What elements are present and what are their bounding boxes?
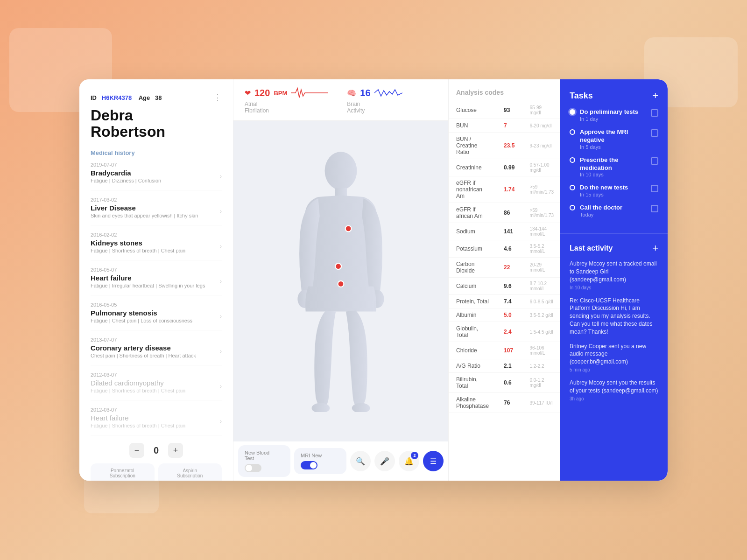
chevron-icon: › (220, 243, 222, 250)
sub-new-blood-toggle[interactable] (245, 464, 261, 472)
analysis-name: Potassium (449, 240, 496, 258)
task-indicator (570, 129, 575, 135)
history-list: 2019-07-07 Bradycardia Fatigue | Dizzine… (91, 162, 222, 435)
history-item[interactable]: 2016-05-07 Heart failure Fatigue | Irreg… (91, 267, 222, 295)
activity-text: Aubrey Mccoy sent a tracked email to San… (570, 260, 658, 283)
analysis-range: 3.5-5.2 mmol/L (522, 240, 560, 258)
body-model (275, 151, 406, 412)
heart-rate-label: AtrialFibrilation (245, 101, 328, 114)
heart-icon: ❤ (245, 89, 251, 98)
task-item[interactable]: Call the doctor Today (570, 204, 658, 217)
body-container (233, 121, 448, 441)
sub-card-aspirin: AspirinSubscription 0 (158, 463, 222, 481)
task-name: Do preliminary tests (580, 108, 646, 116)
svg-point-4 (312, 403, 330, 412)
analysis-range: 9-23 mg/dl (522, 133, 560, 159)
mic-button[interactable]: 🎤 (374, 451, 395, 471)
chevron-icon: › (220, 278, 222, 285)
subscriptions-grid: PormezatolSubscription 0 AspirinSubscrip… (91, 463, 222, 481)
analysis-value: 0.6 (496, 373, 522, 393)
sub-mri-label: MRI New (301, 453, 322, 458)
tasks-add-button[interactable]: + (652, 91, 658, 101)
analysis-range: 3.5-5.2 g/dl (522, 308, 560, 322)
chevron-icon: › (220, 418, 222, 425)
search-button[interactable]: 🔍 (350, 451, 371, 471)
history-item[interactable]: 2017-03-02 Liver Disease Skin and eyes t… (91, 197, 222, 225)
middle-panel: ❤ 120 BPM AtrialFibrilation 🧠 16 (233, 79, 448, 481)
brain-value: 16 (360, 88, 370, 98)
history-item[interactable]: 2019-07-07 Bradycardia Fatigue | Dizzine… (91, 162, 222, 190)
task-due: Today (580, 212, 646, 217)
analysis-range: 39-117 IU/I (522, 393, 560, 413)
sub-mri-toggle[interactable] (301, 461, 317, 469)
analysis-name: BUN (449, 119, 496, 133)
brain-icon: 🧠 (347, 89, 356, 98)
stepper-plus[interactable]: + (168, 443, 183, 458)
history-date: 2019-07-07 (91, 162, 222, 168)
menu-button[interactable]: ☰ (423, 451, 444, 471)
history-name: Pulmonary stenosis (91, 309, 192, 317)
activity-add-button[interactable]: + (652, 243, 658, 253)
task-item[interactable]: Approve the MRI negative In 5 days (570, 128, 658, 150)
patient-name: Debra Robertson (91, 107, 222, 140)
tasks-list: Do preliminary tests In 1 day Approve th… (570, 108, 658, 217)
patient-id: H6KR4378 (102, 94, 132, 101)
analysis-row: Chloride 107 96-106 mmol/L (449, 342, 560, 359)
analysis-value: 0.99 (496, 159, 522, 176)
analysis-value: 93 (496, 102, 522, 119)
history-symptoms: Skin and eyes that appear yellowish | It… (91, 213, 198, 218)
left-panel: ID H6KR4378 Age 38 ⋮ Debra Robertson Med… (79, 79, 233, 481)
stepper-area: − 0 + PormezatolSubscription 0 AspirinSu… (91, 443, 222, 481)
analysis-range: >59 ml/min/1.73 (522, 176, 560, 203)
history-name: Dilated cardiomyopathy (91, 379, 185, 387)
history-date: 2012-03-07 (91, 372, 222, 378)
history-item[interactable]: 2012-03-07 Heart failure Fatigue | Short… (91, 407, 222, 435)
task-name: Do the new tests (580, 184, 646, 192)
ecg-line (291, 86, 328, 100)
task-item[interactable]: Do preliminary tests In 1 day (570, 108, 658, 122)
analysis-row: Calcium 9.6 8.7-10.2 mmol/L (449, 278, 560, 295)
patient-id-text: ID H6KR4378 Age 38 (91, 94, 162, 101)
activity-time: In 10 days (570, 285, 658, 290)
analysis-value: 107 (496, 342, 522, 359)
bell-button[interactable]: 🔔 2 (399, 451, 419, 471)
task-checkbox[interactable] (651, 205, 658, 212)
stepper-value: 0 (154, 445, 159, 456)
task-item[interactable]: Do the new tests In 15 days (570, 184, 658, 197)
tasks-section: Tasks + Do preliminary tests In 1 day Ap… (560, 79, 668, 234)
analysis-range: 6.0-8.5 g/dl (522, 295, 560, 308)
analysis-row: Glucose 93 65-99 mg/dl (449, 102, 560, 119)
analysis-row: BUN / Creatine Ratio 23.5 9-23 mg/dl (449, 133, 560, 159)
svg-point-5 (352, 403, 370, 412)
task-checkbox[interactable] (651, 109, 658, 117)
stepper-minus[interactable]: − (129, 443, 144, 458)
sub-mri-new: MRI New (294, 448, 346, 474)
task-item[interactable]: Prescribe the medication In 10 days (570, 156, 658, 178)
activity-item: Aubrey Mccoy sent you the results of you… (570, 379, 658, 401)
analysis-row: Creatinine 0.99 0.57-1.00 mg/dl (449, 159, 560, 176)
task-checkbox[interactable] (651, 185, 658, 192)
task-checkbox[interactable] (651, 129, 658, 137)
history-item[interactable]: 2016-02-02 Kidneys stones Fatigue | Shor… (91, 232, 222, 260)
analysis-title: Analysis codes (449, 89, 560, 96)
tasks-header: Tasks + (570, 91, 658, 101)
task-name: Approve the MRI negative (580, 128, 646, 144)
sub-pormezatol-label: PormezatolSubscription (96, 468, 149, 478)
history-item[interactable]: 2016-05-05 Pulmonary stenosis Fatigue | … (91, 302, 222, 330)
chevron-icon: › (220, 313, 222, 320)
history-item[interactable]: 2013-07-07 Coronary artery disease Chest… (91, 337, 222, 365)
history-item[interactable]: 2012-03-07 Dilated cardiomyopathy Fatigu… (91, 372, 222, 400)
analysis-range: 0.57-1.00 mg/dl (522, 159, 560, 176)
analysis-value: 1.74 (496, 176, 522, 203)
task-checkbox[interactable] (651, 157, 658, 165)
analysis-range: >59 ml/min/1.73 (522, 203, 560, 223)
analysis-row: BUN 7 6-20 mg/dl (449, 119, 560, 133)
analysis-name: Chloride (449, 342, 496, 359)
history-symptoms: Chest pain | Shortness of breath | Heart… (91, 353, 196, 358)
activity-item: Re: Cisco-UCSF Healthcare Platform Discu… (570, 297, 658, 336)
analysis-name: Alkaline Phosphatase (449, 393, 496, 413)
right-panel: Tasks + Do preliminary tests In 1 day Ap… (560, 79, 668, 481)
more-options-icon[interactable]: ⋮ (213, 92, 222, 103)
analysis-row: Albumin 5.0 3.5-5.2 g/dl (449, 308, 560, 322)
id-label: ID (91, 94, 97, 101)
